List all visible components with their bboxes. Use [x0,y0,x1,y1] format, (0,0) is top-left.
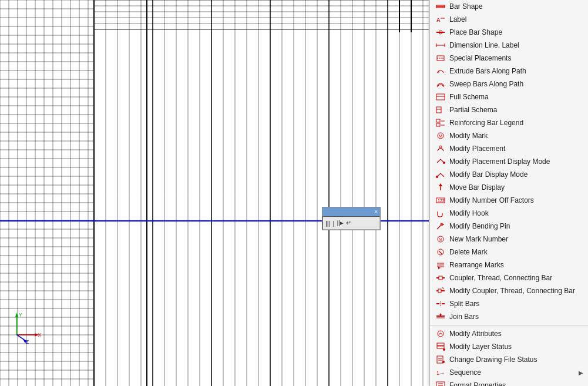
menu-item-change-drawing-status[interactable]: Change Drawing File Status [430,353,588,366]
special-placements-icon [435,53,446,63]
menu-item-label-modify-placement-display: Modify Placement Display Mode [449,157,550,166]
legend-icon [435,118,446,127]
svg-rect-64 [437,343,444,345]
menu-item-label-label: Label [449,15,466,24]
menu-item-dimension-line-label[interactable]: Dimension Line, Label [430,39,588,52]
svg-text:N: N [439,237,442,241]
menu-item-label-full-schema: Full Schema [449,93,489,101]
menu-item-label-move-bar-display: Move Bar Display [449,183,505,192]
menu-item-new-mark-number[interactable]: NNew Mark Number [430,233,588,246]
menu-item-split-bars[interactable]: Split Bars [430,297,588,310]
svg-point-32 [443,162,445,164]
menu-item-sweep-bars[interactable]: Sweep Bars Along Path [430,78,588,90]
menu-item-label-sweep-bars: Sweep Bars Along Path [449,80,523,88]
move-bar-display-icon [435,183,446,192]
menu-item-modify-layer-status[interactable]: Modify Layer Status [430,340,588,353]
menu-item-label-modify-bending-pin: Modify Bending Pin [449,222,510,230]
menu-item-place-bar-shape[interactable]: Place Bar Shape [430,26,588,39]
menu-separator [430,325,588,325]
menu-item-label-modify-coupler: Modify Coupler, Thread, Connecting Bar [449,287,575,295]
format-properties-icon [435,381,446,386]
menu-item-rearrange-marks[interactable]: Rearrange Marks [430,259,588,271]
modify-coupler-icon: ✎ [435,286,446,296]
coordinate-axis: Y X Z [12,310,47,345]
menu-item-modify-bending-pin[interactable]: Modify Bending Pin [430,220,588,233]
menu-item-modify-hook[interactable]: Modify Hook [430,207,588,220]
menu-item-partial-schema[interactable]: Partial Schema [430,103,588,116]
menu-item-label-new-mark-number: New Mark Number [449,235,508,243]
menu-item-modify-coupler[interactable]: ✎Modify Coupler, Thread, Connecting Bar [430,284,588,297]
io-icon-2[interactable]: | [333,220,335,227]
svg-point-66 [443,348,445,351]
svg-text:Z: Z [26,339,29,345]
rearrange-marks-icon [435,260,446,270]
menu-item-modify-placement[interactable]: Modify Placement [430,142,588,155]
menu-item-modify-placement-display[interactable]: Modify Placement Display Mode [430,155,588,168]
svg-rect-27 [436,123,440,126]
submenu-arrow-icon: ▶ [579,370,583,376]
grid-canvas [0,0,429,386]
new-mark-number-icon: N [435,234,446,244]
menu-item-label-split-bars: Split Bars [449,300,479,308]
modify-number-off-icon: 123 [435,196,446,205]
partial-schema-icon [435,105,446,115]
menu-item-extrude-bars[interactable]: Extrude Bars Along Path [430,65,588,78]
svg-point-31 [439,146,442,148]
menu-item-label-modify-attributes: Modify Attributes [449,330,502,338]
modify-layer-icon [435,342,446,351]
menu-item-reinforcing-bar-legend[interactable]: Reinforcing Bar Legend [430,116,588,129]
menu-item-modify-attributes[interactable]: Modify Attributes [430,327,588,340]
svg-point-63 [438,331,443,337]
menu-item-label-rearrange-marks: Rearrange Marks [449,261,504,269]
modify-hook-icon [435,209,446,218]
menu-item-label-reinforcing-bar-legend: Reinforcing Bar Legend [449,119,523,127]
menu-item-delete-mark[interactable]: Delete Mark [430,246,588,259]
io-icon-1[interactable]: ||| [325,220,331,227]
menu-item-label-join-bars: Join Bars [449,313,479,321]
input-options-header: × [322,207,380,216]
menu-item-modify-number-off[interactable]: 123Modify Number Off Factors [430,194,588,207]
menu-item-label[interactable]: ALabel [430,13,588,26]
svg-rect-50 [439,276,442,280]
menu-item-move-bar-display[interactable]: Move Bar Display [430,181,588,194]
menu-item-sequence[interactable]: 1→Sequence▶ [430,366,588,379]
svg-point-33 [436,176,438,178]
io-icon-3[interactable]: ||▸ [337,219,344,227]
menu-item-coupler-thread[interactable]: Coupler, Thread, Connecting Bar [430,271,588,284]
svg-line-44 [439,251,442,254]
svg-marker-1 [15,313,18,317]
menu-item-special-placements[interactable]: Special Placements [430,52,588,65]
modify-attributes-icon [435,329,446,338]
dimension-icon [435,41,446,50]
menu-item-label-coupler-thread: Coupler, Thread, Connecting Bar [449,274,552,282]
menu-item-label-change-drawing-status: Change Drawing File Status [449,355,537,364]
menu-item-label-modify-hook: Modify Hook [449,209,489,217]
menu-item-label-modify-layer-status: Modify Layer Status [449,343,512,351]
menu-item-bar-shape[interactable]: Bar Shape [430,0,588,13]
input-options-close[interactable]: × [374,209,378,215]
context-menu: Bar ShapeALabelPlace Bar ShapeDimension … [429,0,588,386]
svg-point-43 [438,249,443,255]
modify-placement-display-icon [435,157,446,166]
svg-text:A: A [436,17,441,23]
menu-item-label-partial-schema: Partial Schema [449,106,497,114]
menu-item-modify-bar-display[interactable]: Modify Bar Display Mode [430,168,588,181]
menu-item-label-format-properties: Format Properties [449,381,506,386]
delete-mark-icon [435,247,446,257]
menu-item-join-bars[interactable]: Join Bars [430,310,588,323]
sweep-icon [435,79,446,89]
menu-item-label-modify-mark: Modify Mark [449,132,488,140]
menu-item-format-properties[interactable]: Format Properties [430,379,588,386]
full-schema-icon [435,92,446,102]
menu-item-label-modify-bar-display: Modify Bar Display Mode [449,170,527,179]
menu-item-label-extrude-bars: Extrude Bars Along Path [449,67,526,75]
svg-rect-67 [437,356,443,363]
svg-text:M: M [439,134,442,138]
svg-text:123: 123 [438,199,445,203]
svg-text:1→: 1→ [436,370,445,376]
menu-item-modify-mark[interactable]: MModify Mark [430,129,588,142]
svg-text:✎: ✎ [442,287,445,290]
change-drawing-icon [435,355,446,364]
io-icon-4[interactable]: ↵ [346,219,351,227]
menu-item-full-schema[interactable]: Full Schema [430,90,588,103]
